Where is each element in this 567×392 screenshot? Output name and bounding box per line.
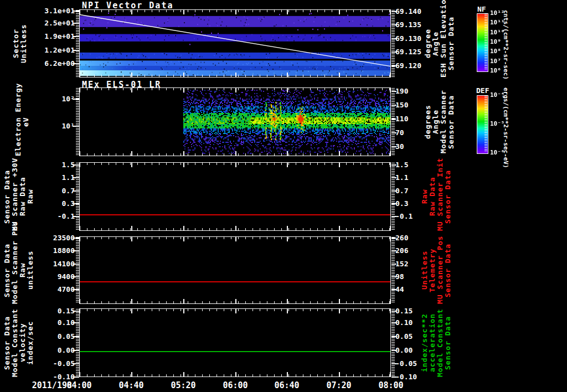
y-tick-label-right: 0.00 bbox=[395, 346, 440, 354]
x-tick-major bbox=[79, 237, 80, 241]
y-tick-label-right: 110 bbox=[395, 115, 440, 123]
axis-title-line: Sensor Data bbox=[447, 9, 455, 78]
y-axis-minor-ticks bbox=[76, 10, 79, 77]
axis-title-line: Model Scanner Pos bbox=[11, 236, 19, 304]
x-tick-major bbox=[287, 372, 288, 376]
y-tick-label-left: 0.05 bbox=[22, 332, 75, 341]
x-tick-major bbox=[79, 151, 80, 156]
x-tick-major bbox=[79, 372, 80, 376]
x-tick-major bbox=[79, 226, 80, 230]
colorbar-tick-label: 10¹² bbox=[490, 9, 514, 17]
colorbar-tick-label: 10¹⁰ bbox=[490, 29, 514, 36]
x-tick-major bbox=[390, 88, 391, 92]
colorbar-tick-label: 10⁻⁶ bbox=[490, 149, 514, 156]
y-tick-label-right: -0.10 bbox=[395, 373, 440, 381]
y-tick-label-right: 1.5 bbox=[395, 161, 440, 169]
axis-title-line: MU Scanner Init bbox=[436, 162, 444, 231]
y-tick-label-right: 69.135 bbox=[395, 20, 440, 29]
axis-title-line: Sensor Data bbox=[3, 236, 11, 304]
x-tick-major bbox=[79, 299, 80, 303]
y-tick-label-right: 150 bbox=[395, 101, 440, 109]
x-tick-major bbox=[390, 309, 391, 313]
y-axis-minor-ticks bbox=[76, 237, 79, 303]
colorbar-tick-label: 10⁷ bbox=[490, 58, 514, 65]
y-axis-minor-ticks bbox=[391, 309, 395, 376]
y-tick-label-right: 0.3 bbox=[395, 199, 440, 208]
x-tick-major bbox=[390, 237, 391, 241]
x-tick-major bbox=[79, 88, 80, 92]
y-tick-label-left: 0.7 bbox=[22, 187, 75, 195]
x-tick-major bbox=[390, 299, 391, 303]
p3-right-axis-title: Sensor Data MU Scanner Init Raw Data Raw bbox=[417, 162, 452, 231]
time-tick-label: 04:40 bbox=[114, 380, 149, 390]
axis-title-line: Raw bbox=[27, 162, 34, 231]
x-tick-major bbox=[183, 10, 184, 14]
y-tick-label-right: -0.05 bbox=[395, 359, 440, 368]
y-tick-label-right: 152 bbox=[395, 260, 440, 268]
axis-title-line: Sensor Data bbox=[447, 87, 455, 156]
x-tick-major bbox=[183, 309, 184, 313]
x-tick-major bbox=[79, 163, 80, 167]
y-tick-label-left: 18800 bbox=[22, 246, 75, 255]
axis-title-line: Model Scanner bbox=[440, 87, 447, 156]
y-tick-label-left: 10² bbox=[22, 95, 75, 103]
y-tick-label-right: 69.130 bbox=[395, 34, 440, 43]
y-tick-label-left: 0.3 bbox=[22, 199, 75, 208]
y-axis-minor-ticks bbox=[76, 88, 79, 156]
x-tick-major bbox=[79, 73, 80, 77]
panel-els-spectrogram bbox=[79, 87, 391, 156]
x-tick-major bbox=[183, 372, 184, 376]
axis-title-line: Sensor Data bbox=[444, 236, 452, 304]
colorbar-tick-label: 10⁻⁵ bbox=[490, 120, 514, 127]
x-tick-major bbox=[131, 88, 132, 92]
y-tick-label-right: 0.05 bbox=[395, 332, 440, 341]
y-tick-label-left: 4700 bbox=[22, 285, 75, 293]
y-tick-label-right: 69.120 bbox=[395, 61, 440, 70]
x-tick-major bbox=[287, 151, 288, 156]
x-tick-major bbox=[183, 163, 184, 167]
x-tick-major bbox=[131, 73, 132, 77]
y-tick-label-right: -0.1 bbox=[395, 212, 440, 220]
panel-scanner-pos bbox=[79, 236, 391, 304]
x-tick-major bbox=[287, 163, 288, 167]
x-tick-major bbox=[183, 88, 184, 92]
x-tick-major bbox=[287, 237, 288, 241]
x-tick-major bbox=[390, 163, 391, 167]
y-tick-label-left: 3.1e+01 bbox=[22, 7, 75, 15]
npi-spectrogram-canvas bbox=[80, 10, 390, 77]
x-tick-major bbox=[339, 88, 340, 92]
colorbar-tick-label: 10⁹ bbox=[490, 38, 514, 45]
y-axis-minor-ticks bbox=[76, 163, 79, 230]
time-tick-label: 04:00 bbox=[61, 380, 97, 390]
series-line bbox=[80, 214, 390, 215]
panel-mu-scanner-raw bbox=[79, 162, 391, 231]
axis-title-line: Sensor Data bbox=[3, 162, 11, 231]
x-tick-major bbox=[235, 309, 236, 313]
time-tick-label: 06:40 bbox=[269, 380, 305, 390]
x-tick-major bbox=[339, 226, 340, 230]
x-tick-major bbox=[131, 372, 132, 376]
y-tick-label-left: 0.00 bbox=[22, 346, 75, 354]
axis-title-line: Model Constant bbox=[11, 308, 19, 377]
x-tick-major bbox=[235, 73, 236, 77]
x-tick-major bbox=[339, 309, 340, 313]
colorbar-tick-label: 10⁶ bbox=[490, 67, 514, 74]
y-tick-label-left: 1.9e+01 bbox=[22, 32, 75, 40]
y-tick-label-right: 44 bbox=[395, 285, 440, 293]
x-tick-major bbox=[79, 10, 80, 14]
time-tick-label: 05:20 bbox=[166, 380, 201, 390]
time-tick-label: 07:20 bbox=[321, 380, 357, 390]
x-tick-major bbox=[390, 372, 391, 376]
x-tick-major bbox=[131, 10, 132, 14]
y-tick-label-right: 0.10 bbox=[395, 318, 440, 327]
x-tick-major bbox=[235, 299, 236, 303]
y-tick-label-right: 0.15 bbox=[395, 307, 440, 315]
x-tick-major bbox=[339, 151, 340, 156]
axis-title-line: Raw bbox=[421, 162, 429, 231]
y-tick-label-left: 2.5e+01 bbox=[22, 19, 75, 27]
y-axis-minor-ticks bbox=[391, 10, 395, 77]
x-tick-major bbox=[235, 226, 236, 230]
y-axis-minor-ticks bbox=[391, 237, 395, 303]
x-tick-major bbox=[131, 151, 132, 156]
y-tick-label-right: 190 bbox=[395, 87, 440, 95]
